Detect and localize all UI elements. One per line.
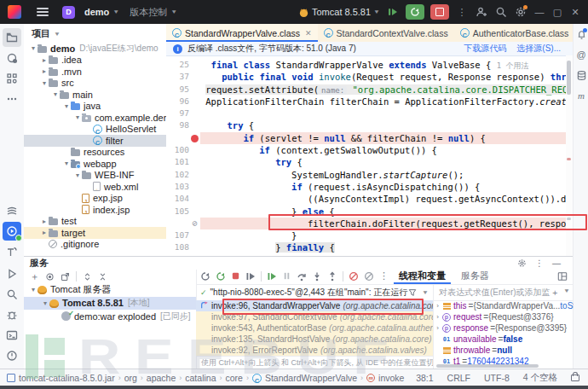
- minimize-button[interactable]: —: [533, 7, 545, 17]
- variable-row-this[interactable]: ›this= {StandardWrapperVa... toString()}: [434, 300, 574, 311]
- code-line-100[interactable]: 100if (context.getSwallowOutput()) {: [166, 144, 573, 156]
- rerun-icon[interactable]: [200, 271, 210, 282]
- file-encoding[interactable]: UTF-8: [484, 373, 510, 383]
- tree-item-helloservlet[interactable]: HelloServlet: [24, 124, 166, 136]
- add-service-icon[interactable]: ＋: [30, 270, 39, 283]
- tree-item-main[interactable]: ▾main: [24, 89, 166, 101]
- frame-row-4[interactable]: invoke:92, ErrorReportValve (org.apache.…: [196, 345, 433, 356]
- terminal-toolwindow-icon[interactable]: [3, 326, 21, 345]
- restart-debugger-button[interactable]: [406, 4, 424, 20]
- variables-hscrollbar[interactable]: [436, 364, 539, 368]
- tree-item-web-xml[interactable]: web.xml: [24, 181, 166, 193]
- indent-setting[interactable]: 4 个空格: [523, 372, 557, 384]
- tree-arrow-icon[interactable]: ▾: [73, 113, 82, 121]
- maven-toolwindow-icon[interactable]: m: [574, 89, 588, 102]
- tree-item-src[interactable]: ▾src: [24, 78, 166, 90]
- collapse-all-icon[interactable]: [98, 272, 107, 282]
- tree-item-webapp[interactable]: ▾webapp: [24, 158, 166, 170]
- step-over-icon[interactable]: [297, 271, 307, 282]
- code-line-101[interactable]: 101try {: [166, 156, 573, 168]
- watch-expression-input[interactable]: 对表达式求值(Enter)或添加监... ＋ ▼: [433, 284, 574, 301]
- breadcrumb-item[interactable]: catalina: [185, 373, 216, 383]
- tree-item-target[interactable]: ▸target: [24, 227, 166, 239]
- debug-toolwindow-icon[interactable]: [3, 305, 21, 324]
- editor-tab-1[interactable]: StandardContextValve.class: [318, 24, 454, 42]
- code-line-107[interactable]: 107}: [166, 229, 573, 241]
- tree-item--mvn[interactable]: ▸.mvn: [24, 66, 166, 78]
- services-toolwindow-icon[interactable]: [3, 222, 21, 241]
- tree-arrow-icon[interactable]: ▸: [40, 218, 49, 225]
- readonly-lock-icon[interactable]: [571, 374, 579, 381]
- breadcrumb-item[interactable]: org: [124, 373, 137, 383]
- close-tab-icon[interactable]: ✕: [305, 29, 312, 38]
- tree-item-java[interactable]: ▾java: [24, 101, 166, 113]
- view-breakpoints-icon[interactable]: [349, 271, 359, 282]
- notifications-toolwindow-icon[interactable]: [3, 201, 21, 220]
- filter-funnel-icon[interactable]: [408, 288, 417, 297]
- frame-row-1[interactable]: invoke:97, StandardContextValve (org.apa…: [196, 311, 433, 322]
- expand-arrow-icon[interactable]: ›: [434, 302, 441, 310]
- breadcrumb-item[interactable]: tomcat-catalina-8.5.0.jar: [19, 373, 115, 383]
- code-line-103[interactable]: 103if (request.isAsyncDispatching()) {: [166, 181, 573, 193]
- tree-arrow-icon[interactable]: ▸: [40, 56, 49, 64]
- code-line-25[interactable]: 25final class StandardWrapperValve exten…: [166, 59, 573, 71]
- tree-item-filter[interactable]: filter: [24, 135, 166, 147]
- code-line-95[interactable]: 95request.setAttribute(name: "org.apache…: [166, 84, 573, 96]
- debug-more-icon[interactable]: ⋮: [379, 270, 389, 282]
- code-line-102[interactable]: 102SystemLogHandler.startCapture();: [166, 169, 573, 181]
- tree-item-exp-jsp[interactable]: exp.jsp: [24, 193, 166, 205]
- cursor-position[interactable]: 38:1: [416, 373, 433, 383]
- tree-arrow-icon[interactable]: ▸: [40, 229, 49, 236]
- add-watch-icon[interactable]: ＋: [551, 287, 559, 299]
- tab-threads-variables[interactable]: 线程和变量: [394, 268, 451, 284]
- add-user-icon[interactable]: [475, 5, 488, 19]
- resume-program-icon[interactable]: [267, 271, 277, 282]
- pause-icon[interactable]: [282, 271, 291, 281]
- tree-item-test[interactable]: ▸test: [24, 216, 166, 228]
- tab-server[interactable]: 服务器: [456, 268, 494, 284]
- code-line-108[interactable]: 108} finally {: [166, 241, 573, 253]
- frame-row-2[interactable]: invoke:543, AuthenticatorBase (org.apach…: [196, 322, 433, 334]
- tree-item-web-inf[interactable]: ▾WEB-INF: [24, 170, 166, 182]
- code-editor[interactable]: 25final class StandardWrapperValve exten…: [166, 55, 573, 259]
- expand-all-icon[interactable]: [83, 272, 92, 282]
- variable-row-response[interactable]: ›presponse= {Response@3395}: [434, 322, 574, 334]
- more-actions-icon[interactable]: ⋮: [455, 5, 469, 19]
- tree-arrow-icon[interactable]: ▾: [41, 299, 49, 307]
- close-button[interactable]: ✕: [569, 7, 581, 18]
- open-in-new-icon[interactable]: [61, 272, 70, 282]
- tree-item--gitignore[interactable]: .gitignore: [24, 239, 166, 251]
- step-into-icon[interactable]: [312, 271, 322, 282]
- code-line-104[interactable]: 104((AsyncContextImpl) request.getAsyncC…: [166, 193, 573, 205]
- download-sources-link[interactable]: 下载源代码: [464, 43, 506, 55]
- tree-item-demo[interactable]: ▾demoD:\javaEE练习\demo: [24, 43, 166, 55]
- breadcrumb-item[interactable]: StandardWrapperValve: [265, 373, 357, 383]
- code-line-97[interactable]: 97: [166, 107, 573, 119]
- debug-icon[interactable]: [386, 5, 400, 19]
- editor-tab-2[interactable]: AuthenticatorBase.class: [454, 24, 575, 42]
- resume-icon[interactable]: [245, 271, 256, 282]
- disabled-breakpoint-icon[interactable]: ⊘: [189, 217, 200, 229]
- tree-arrow-icon[interactable]: ▾: [29, 286, 37, 293]
- expand-arrow-icon[interactable]: ›: [434, 313, 441, 321]
- run-toolwindow-icon[interactable]: [3, 264, 21, 283]
- stop-icon[interactable]: [231, 271, 240, 281]
- ai-assistant-icon[interactable]: @: [574, 48, 588, 61]
- database-toolwindow-icon[interactable]: [574, 68, 588, 82]
- maximize-button[interactable]: ▢: [551, 7, 563, 18]
- build-toolwindow-icon[interactable]: [3, 242, 21, 261]
- breadcrumb-item[interactable]: invoke: [378, 373, 404, 383]
- problems-toolwindow-icon[interactable]: [3, 346, 21, 365]
- tree-item-index-jsp[interactable]: index.jsp: [24, 204, 166, 216]
- step-out-icon[interactable]: [327, 271, 337, 282]
- tree-arrow-icon[interactable]: ▾: [51, 90, 60, 98]
- tree-arrow-icon[interactable]: ▾: [62, 160, 71, 167]
- restart-debug-icon[interactable]: [216, 271, 226, 282]
- tree-arrow-icon[interactable]: ▾: [40, 79, 49, 87]
- more-tool-windows-icon[interactable]: [3, 90, 21, 108]
- commit-toolwindow-icon[interactable]: [3, 49, 21, 67]
- tree-arrow-icon[interactable]: ▾: [29, 44, 37, 52]
- project-selector[interactable]: demo ▼: [79, 3, 124, 21]
- variable-row-unavailable[interactable]: 01unavailable= false: [434, 334, 574, 345]
- service-item-tomcat-8-5-81[interactable]: ▾Tomcat 8.5.81[本地]: [24, 297, 196, 311]
